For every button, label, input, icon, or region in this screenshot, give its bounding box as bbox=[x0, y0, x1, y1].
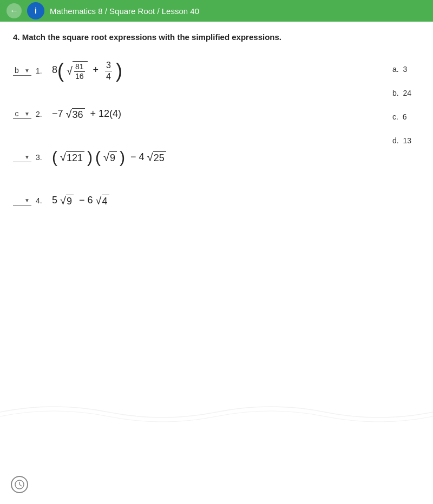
sqrt-25: √ 25 bbox=[147, 151, 166, 164]
answer-dropdown-2[interactable]: c ▼ bbox=[13, 109, 31, 119]
dropdown-arrow-2[interactable]: ▼ bbox=[23, 109, 31, 118]
math-expression-3: ( √ 121 ) ( √ 9 ) − 4 √ 25 bbox=[52, 149, 166, 165]
problem-row-2: c ▼ 2. −7 √ 36 + 12(4) bbox=[13, 98, 420, 130]
math-expression-4: 5 √ 9 − 6 √ 4 bbox=[52, 195, 109, 207]
problem-row-1: b ▼ 1. 8( √ 81 16 + 3 bbox=[13, 55, 420, 87]
clock-icon[interactable] bbox=[11, 476, 28, 493]
answer-dropdown-3[interactable]: ▼ bbox=[13, 152, 31, 162]
dropdown-arrow-1[interactable]: ▼ bbox=[23, 66, 31, 75]
answer-choice-a: a. 3 bbox=[392, 65, 411, 74]
math-expression-2: −7 √ 36 + 12(4) bbox=[52, 108, 121, 121]
answer-choice-c: c. 6 bbox=[392, 112, 411, 121]
answer-dropdown-4[interactable]: ▼ bbox=[13, 196, 31, 205]
header: ← i Mathematics 8 / Square Root / Lesson… bbox=[0, 0, 433, 22]
problem-container: b ▼ 1. 8( √ 81 16 + 3 bbox=[13, 55, 420, 228]
breadcrumb: Mathematics 8 / Square Root / Lesson 40 bbox=[50, 6, 199, 16]
math-expression-1: 8( √ 81 16 + 3 4 ) bbox=[52, 60, 122, 81]
problem-number-4: 4. bbox=[36, 196, 47, 205]
main-content: 4. Match the square root expressions wit… bbox=[0, 22, 433, 504]
selected-answer-1: b bbox=[13, 66, 21, 75]
svg-line-2 bbox=[19, 485, 22, 486]
problem-row-3: ▼ 3. ( √ 121 ) ( √ 9 ) − 4 √ 25 bbox=[13, 141, 420, 174]
answer-choice-d: d. 13 bbox=[392, 136, 411, 145]
question-title: 4. Match the square root expressions wit… bbox=[13, 32, 420, 42]
logo-icon: i bbox=[27, 2, 44, 19]
fraction-3-4: 3 4 bbox=[105, 60, 112, 81]
problem-number-3: 3. bbox=[36, 153, 47, 162]
back-button[interactable]: ← bbox=[6, 3, 22, 18]
answer-choice-b: b. 24 bbox=[392, 89, 411, 97]
problem-number-2: 2. bbox=[36, 110, 47, 118]
problem-row-4: ▼ 4. 5 √ 9 − 6 √ 4 bbox=[13, 184, 420, 217]
answers-panel: a. 3 b. 24 c. 6 d. 13 bbox=[392, 65, 411, 145]
sqrt-9-p4: √ 9 bbox=[60, 195, 74, 207]
dropdown-arrow-3[interactable]: ▼ bbox=[23, 152, 31, 161]
sqrt-4-p4: √ 4 bbox=[96, 195, 109, 207]
wave-decoration bbox=[0, 396, 433, 428]
problem-number-1: 1. bbox=[36, 67, 47, 75]
dropdown-arrow-4[interactable]: ▼ bbox=[23, 196, 31, 204]
sqrt-fraction-1: √ 81 16 bbox=[67, 61, 88, 81]
answer-dropdown-1[interactable]: b ▼ bbox=[13, 66, 31, 76]
selected-answer-2: c bbox=[13, 109, 21, 118]
sqrt-9: √ 9 bbox=[103, 151, 117, 164]
sqrt-36: √ 36 bbox=[66, 108, 85, 121]
sqrt-121: √ 121 bbox=[60, 151, 84, 164]
